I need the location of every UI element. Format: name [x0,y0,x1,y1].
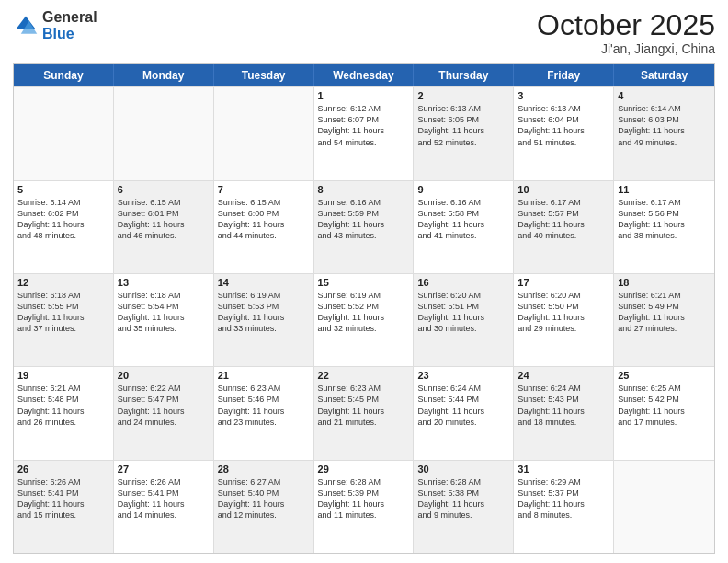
cal-empty [14,87,114,179]
cal-day-10: 10Sunrise: 6:17 AM Sunset: 5:57 PM Dayli… [514,181,614,273]
cal-day-21: 21Sunrise: 6:23 AM Sunset: 5:46 PM Dayli… [214,367,314,459]
cal-day-11: 11Sunrise: 6:17 AM Sunset: 5:56 PM Dayli… [614,181,714,273]
day-info: Sunrise: 6:21 AM Sunset: 5:48 PM Dayligh… [17,383,109,428]
calendar-row-1: 5Sunrise: 6:14 AM Sunset: 6:02 PM Daylig… [14,180,714,273]
day-info: Sunrise: 6:16 AM Sunset: 5:58 PM Dayligh… [417,197,509,242]
cal-empty [214,87,314,179]
day-info: Sunrise: 6:21 AM Sunset: 5:49 PM Dayligh… [618,290,711,335]
cal-day-27: 27Sunrise: 6:26 AM Sunset: 5:41 PM Dayli… [114,461,214,553]
day-number: 13 [118,277,210,288]
logo-icon [13,13,39,39]
day-info: Sunrise: 6:13 AM Sunset: 6:04 PM Dayligh… [518,103,609,148]
day-of-week-wednesday: Wednesday [314,64,415,86]
calendar-row-0: 1Sunrise: 6:12 AM Sunset: 6:07 PM Daylig… [14,86,714,179]
day-info: Sunrise: 6:20 AM Sunset: 5:51 PM Dayligh… [417,290,509,335]
cal-day-16: 16Sunrise: 6:20 AM Sunset: 5:51 PM Dayli… [414,274,514,366]
title-block: October 2025 Ji'an, Jiangxi, China [537,9,715,56]
day-number: 21 [218,370,310,381]
cal-empty [114,87,214,179]
day-info: Sunrise: 6:29 AM Sunset: 5:37 PM Dayligh… [518,477,609,522]
day-number: 17 [518,277,609,288]
day-info: Sunrise: 6:15 AM Sunset: 6:01 PM Dayligh… [118,197,210,242]
cal-day-31: 31Sunrise: 6:29 AM Sunset: 5:37 PM Dayli… [514,461,614,553]
day-number: 8 [318,184,410,195]
header: General Blue October 2025 Ji'an, Jiangxi… [13,9,715,56]
day-info: Sunrise: 6:16 AM Sunset: 5:59 PM Dayligh… [318,197,410,242]
day-number: 15 [318,277,410,288]
cal-day-18: 18Sunrise: 6:21 AM Sunset: 5:49 PM Dayli… [614,274,714,366]
logo-text: General Blue [42,9,97,41]
day-number: 14 [218,277,310,288]
day-info: Sunrise: 6:25 AM Sunset: 5:42 PM Dayligh… [618,383,711,428]
cal-day-17: 17Sunrise: 6:20 AM Sunset: 5:50 PM Dayli… [514,274,614,366]
day-number: 6 [118,184,210,195]
day-of-week-thursday: Thursday [414,64,514,86]
day-info: Sunrise: 6:18 AM Sunset: 5:55 PM Dayligh… [17,290,109,335]
day-number: 11 [618,184,711,195]
day-info: Sunrise: 6:23 AM Sunset: 5:46 PM Dayligh… [218,383,310,428]
day-info: Sunrise: 6:19 AM Sunset: 5:52 PM Dayligh… [318,290,410,335]
day-number: 25 [618,370,711,381]
day-info: Sunrise: 6:20 AM Sunset: 5:50 PM Dayligh… [518,290,609,335]
calendar-row-2: 12Sunrise: 6:18 AM Sunset: 5:55 PM Dayli… [14,273,714,366]
cal-day-13: 13Sunrise: 6:18 AM Sunset: 5:54 PM Dayli… [114,274,214,366]
cal-day-4: 4Sunrise: 6:14 AM Sunset: 6:03 PM Daylig… [614,87,714,179]
cal-day-15: 15Sunrise: 6:19 AM Sunset: 5:52 PM Dayli… [314,274,415,366]
day-number: 10 [518,184,609,195]
day-of-week-tuesday: Tuesday [214,64,314,86]
day-of-week-saturday: Saturday [614,64,714,86]
day-info: Sunrise: 6:14 AM Sunset: 6:03 PM Dayligh… [618,103,711,148]
day-number: 23 [417,370,509,381]
day-number: 27 [118,464,210,475]
cal-day-28: 28Sunrise: 6:27 AM Sunset: 5:40 PM Dayli… [214,461,314,553]
day-info: Sunrise: 6:17 AM Sunset: 5:57 PM Dayligh… [518,197,609,242]
day-number: 7 [218,184,310,195]
calendar: SundayMondayTuesdayWednesdayThursdayFrid… [13,63,715,554]
day-info: Sunrise: 6:24 AM Sunset: 5:44 PM Dayligh… [417,383,509,428]
day-number: 3 [518,90,609,101]
cal-day-26: 26Sunrise: 6:26 AM Sunset: 5:41 PM Dayli… [14,461,114,553]
calendar-row-4: 26Sunrise: 6:26 AM Sunset: 5:41 PM Dayli… [14,460,714,553]
logo-blue: Blue [42,26,97,42]
cal-day-2: 2Sunrise: 6:13 AM Sunset: 6:05 PM Daylig… [414,87,514,179]
logo-general: General [42,9,97,26]
day-number: 22 [318,370,410,381]
logo: General Blue [13,9,97,41]
cal-empty [614,461,714,553]
day-info: Sunrise: 6:24 AM Sunset: 5:43 PM Dayligh… [518,383,609,428]
cal-day-8: 8Sunrise: 6:16 AM Sunset: 5:59 PM Daylig… [314,181,415,273]
cal-day-12: 12Sunrise: 6:18 AM Sunset: 5:55 PM Dayli… [14,274,114,366]
day-info: Sunrise: 6:26 AM Sunset: 5:41 PM Dayligh… [17,477,109,522]
day-number: 12 [17,277,109,288]
day-info: Sunrise: 6:22 AM Sunset: 5:47 PM Dayligh… [118,383,210,428]
day-info: Sunrise: 6:28 AM Sunset: 5:39 PM Dayligh… [318,477,410,522]
day-info: Sunrise: 6:15 AM Sunset: 6:00 PM Dayligh… [218,197,310,242]
day-number: 5 [17,184,109,195]
cal-day-5: 5Sunrise: 6:14 AM Sunset: 6:02 PM Daylig… [14,181,114,273]
cal-day-1: 1Sunrise: 6:12 AM Sunset: 6:07 PM Daylig… [314,87,415,179]
day-info: Sunrise: 6:12 AM Sunset: 6:07 PM Dayligh… [318,103,410,148]
day-number: 4 [618,90,711,101]
day-number: 31 [518,464,609,475]
page: General Blue October 2025 Ji'an, Jiangxi… [0,0,728,563]
month-title: October 2025 [537,9,715,41]
cal-day-7: 7Sunrise: 6:15 AM Sunset: 6:00 PM Daylig… [214,181,314,273]
day-of-week-monday: Monday [114,64,214,86]
day-number: 28 [218,464,310,475]
cal-day-19: 19Sunrise: 6:21 AM Sunset: 5:48 PM Dayli… [14,367,114,459]
cal-day-6: 6Sunrise: 6:15 AM Sunset: 6:01 PM Daylig… [114,181,214,273]
calendar-header: SundayMondayTuesdayWednesdayThursdayFrid… [14,64,714,86]
location: Ji'an, Jiangxi, China [537,41,715,56]
day-info: Sunrise: 6:18 AM Sunset: 5:54 PM Dayligh… [118,290,210,335]
cal-day-9: 9Sunrise: 6:16 AM Sunset: 5:58 PM Daylig… [414,181,514,273]
day-of-week-friday: Friday [514,64,614,86]
cal-day-24: 24Sunrise: 6:24 AM Sunset: 5:43 PM Dayli… [514,367,614,459]
day-number: 16 [417,277,509,288]
day-number: 30 [417,464,509,475]
day-number: 1 [318,90,410,101]
cal-day-30: 30Sunrise: 6:28 AM Sunset: 5:38 PM Dayli… [414,461,514,553]
day-of-week-sunday: Sunday [14,64,114,86]
cal-day-29: 29Sunrise: 6:28 AM Sunset: 5:39 PM Dayli… [314,461,415,553]
day-info: Sunrise: 6:28 AM Sunset: 5:38 PM Dayligh… [417,477,509,522]
calendar-row-3: 19Sunrise: 6:21 AM Sunset: 5:48 PM Dayli… [14,366,714,459]
